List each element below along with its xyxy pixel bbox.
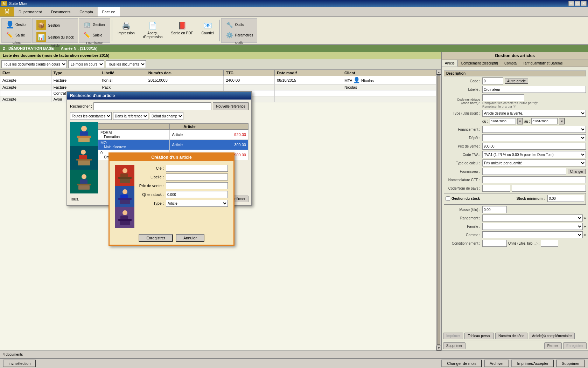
supprimer-article-btn[interactable]: Supprimer: [443, 342, 465, 349]
stock-minimum-input[interactable]: [547, 195, 584, 202]
code-pays-input[interactable]: [482, 185, 510, 192]
apercu-btn[interactable]: 📄 Aperçud'impression: [139, 18, 167, 43]
table-row[interactable]: Accepté Facture hon s! 201510003 2400.00…: [0, 76, 436, 84]
tab-compta[interactable]: Compta: [501, 60, 520, 67]
scroll-up-btn[interactable]: ▲: [436, 70, 441, 75]
libelle-input[interactable]: [482, 86, 586, 93]
courriel-btn[interactable]: 📧 Courriel: [198, 18, 218, 43]
toolbar-saisie-client-btn[interactable]: ✏️ Saisie: [3, 30, 30, 40]
conditionnement-input[interactable]: [482, 240, 507, 247]
scroll-down-btn[interactable]: ▼: [436, 346, 441, 350]
create-enregistrer-btn[interactable]: Enregistrer: [139, 234, 173, 242]
du-input[interactable]: [490, 118, 516, 124]
fournisseur-input[interactable]: [482, 168, 566, 175]
tableau-perso-btn[interactable]: Tableau perso.: [464, 333, 494, 339]
famille-arrow[interactable]: »: [583, 224, 586, 229]
masse-row: Masse (kilo) :: [444, 206, 586, 213]
create-prix-label: Prix de vente :: [138, 184, 166, 188]
svg-rect-4: [78, 138, 90, 142]
menu-compta[interactable]: Compta: [75, 7, 98, 16]
menu-d-permanent[interactable]: D. permanent: [14, 7, 47, 16]
au-date-picker[interactable]: ▼: [559, 118, 565, 124]
close-btn[interactable]: ✕: [581, 1, 587, 6]
famille-select[interactable]: [482, 223, 583, 230]
search-filter-2[interactable]: Dans la référence: [113, 112, 148, 120]
filter-select-1[interactable]: Tous les documents clients en cours: [1, 60, 67, 68]
search-filter-3[interactable]: Début du champ: [150, 112, 183, 120]
app-logo[interactable]: M: [0, 7, 14, 16]
changer-fournisseur-btn[interactable]: Changer: [568, 169, 586, 174]
search-result-row[interactable]: FORMFormation Article 920.00: [98, 130, 248, 140]
articles-complementaire-btn[interactable]: Article(s) complémentaire: [529, 333, 575, 339]
code-input[interactable]: [482, 77, 503, 84]
table-scrollbar[interactable]: ▲ ▼: [436, 70, 441, 350]
autre-article-btn[interactable]: Autre article: [505, 79, 528, 84]
rangement-select[interactable]: [482, 214, 583, 222]
depot-select[interactable]: [482, 134, 586, 141]
filter-select-3[interactable]: Tous les documents: [106, 60, 146, 68]
code-numerique-input[interactable]: [482, 94, 524, 101]
menu-facture[interactable]: Facture: [98, 7, 120, 16]
minimize-btn[interactable]: ─: [568, 1, 574, 6]
table-row[interactable]: Accepté Facture Pack Nicolas: [0, 84, 436, 90]
search-filter-1[interactable]: Toutes les constantes: [70, 112, 112, 120]
type-calcul-select[interactable]: Prix unitaire par quantité: [482, 159, 586, 166]
fermer-btn[interactable]: Fermer: [544, 342, 562, 349]
create-cle-input[interactable]: [166, 165, 228, 172]
rangement-row: Rangement : »: [444, 214, 586, 222]
supprimer-btn[interactable]: Supprimer: [556, 360, 585, 367]
svg-point-21: [122, 189, 127, 194]
nom-pays-input[interactable]: [512, 185, 586, 192]
gestion-article-icon: 📦: [36, 20, 46, 30]
search-input[interactable]: [93, 102, 211, 110]
toolbar-saisie-fournisseur-btn[interactable]: ✏️ Saisie: [80, 30, 108, 40]
masse-input[interactable]: [482, 206, 507, 213]
filter-select-2[interactable]: Le mois en cours: [68, 60, 104, 68]
tab-article[interactable]: Article: [442, 60, 458, 67]
numero-serie-btn[interactable]: Numéro de série: [495, 333, 527, 339]
famille-label: Famille :: [444, 225, 482, 229]
create-annuler-btn[interactable]: Annuler: [176, 234, 204, 242]
date-range-row: du : ▼ au : ▼: [444, 118, 586, 124]
parametres-btn[interactable]: ⚙️ Paramètres: [223, 30, 256, 40]
sortie-pdf-btn[interactable]: 📕 Sortie en PDF: [167, 18, 197, 43]
create-type-select[interactable]: Article: [166, 200, 228, 207]
menu-documents[interactable]: Documents: [47, 7, 75, 16]
du-date-picker[interactable]: ▼: [517, 118, 523, 124]
changer-mois-btn[interactable]: Changer de mois: [441, 360, 482, 367]
create-qt-input[interactable]: [166, 191, 228, 198]
imprimer-btn[interactable]: Imprimer: [443, 333, 463, 339]
code-tva-select[interactable]: TVA1 (1.#R % ou 0.00 % pour les Dom-Tom): [482, 151, 586, 158]
tab-complement[interactable]: Complément (descriptif): [458, 60, 501, 67]
create-illus-2: [115, 186, 134, 207]
gestion-stock-checkbox[interactable]: [446, 196, 450, 201]
create-libelle-input[interactable]: [166, 173, 228, 180]
tab-tarif[interactable]: Tarif quantitatif et Barème: [520, 60, 566, 67]
imprimer-accepter-btn[interactable]: Imprimer/Accepter: [511, 360, 554, 367]
toolbar-gestion-fournisseur-btn[interactable]: 🏢 Gestion: [80, 19, 108, 30]
toolbar-gestion-stock-btn[interactable]: 📊 Gestion du stock: [34, 31, 76, 43]
rangement-arrow[interactable]: »: [583, 216, 586, 220]
archiver-btn[interactable]: Archiver: [484, 360, 509, 367]
au-input[interactable]: [531, 118, 558, 124]
gamme-arrow[interactable]: »: [583, 232, 586, 237]
type-utilisation-select[interactable]: Article destiné à la vente.: [482, 110, 586, 117]
prix-vente-label: Prix de vente :: [444, 144, 482, 148]
financement-select[interactable]: [482, 126, 586, 133]
impression-btn[interactable]: 🖨️ Impression: [114, 18, 139, 43]
create-prix-input[interactable]: [166, 182, 228, 189]
maximize-btn[interactable]: □: [575, 1, 580, 6]
toolbar-gestion-client-btn[interactable]: 👤 Gestion: [3, 19, 30, 30]
nomenclature-input[interactable]: [482, 176, 586, 183]
create-dialog: Création d'un article: [108, 152, 234, 246]
search-result-row[interactable]: MOMain d'oeuvre Article 300.00: [98, 140, 248, 150]
enregistrer-article-btn[interactable]: Enregistrer: [563, 342, 587, 349]
toolbar-gestion-article-btn[interactable]: 📦 Gestion: [34, 19, 76, 31]
gamme-select[interactable]: [482, 231, 583, 238]
nouvelle-reference-btn[interactable]: Nouvelle référence: [213, 102, 248, 110]
prix-vente-input[interactable]: [482, 143, 586, 150]
scroll-thumb[interactable]: [437, 75, 440, 345]
outils-btn[interactable]: 🔧 Outils: [223, 19, 256, 30]
unite-input[interactable]: [541, 240, 558, 247]
inv-selection-btn[interactable]: Inv. sélection: [3, 360, 36, 367]
